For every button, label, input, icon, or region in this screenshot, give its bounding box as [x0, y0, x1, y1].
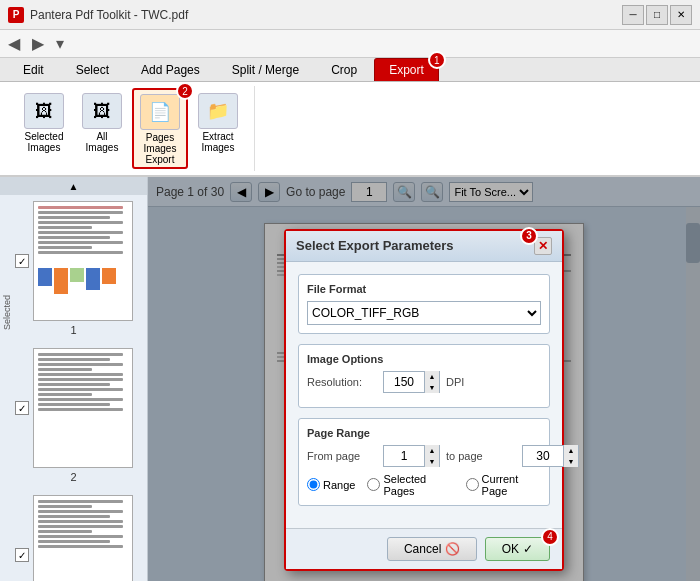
radio-current-page-label: Current Page: [482, 473, 541, 497]
to-down-button[interactable]: ▼: [564, 456, 578, 467]
radio-selected-pages[interactable]: Selected Pages: [367, 473, 453, 497]
selected-images-icon: 🖼: [24, 93, 64, 129]
tab-add-pages[interactable]: Add Pages: [126, 58, 215, 81]
extract-images-button[interactable]: 📁 Extract Images: [190, 88, 246, 169]
content-area: Page 1 of 30 ◀ ▶ Go to page 🔍 🔍 Fit To S…: [148, 177, 700, 581]
radio-current-page[interactable]: Current Page: [466, 473, 541, 497]
resolution-spinner: ▲ ▼: [383, 371, 440, 393]
ok-button[interactable]: OK ✓ 4: [485, 537, 550, 561]
thumbnail-2[interactable]: ✓: [0, 342, 147, 489]
ok-circle-num: 4: [541, 528, 559, 546]
thumb-img-2: [33, 348, 133, 468]
thumbnail-3[interactable]: ✓ 3: [0, 489, 147, 581]
pages-images-export-button[interactable]: 📄 PagesImagesExport 2: [132, 88, 188, 169]
radio-current-page-input[interactable]: [466, 478, 479, 491]
export-tab-num: 1: [428, 51, 446, 69]
radio-selected-pages-input[interactable]: [367, 478, 380, 491]
radio-range[interactable]: Range: [307, 478, 355, 491]
page-range-label: Page Range: [307, 427, 541, 439]
file-format-label: File Format: [307, 283, 541, 295]
quick-access-toolbar: ◀ ▶ ▾: [0, 30, 700, 58]
ribbon-content: 🖼 SelectedImages 🖼 AllImages 📄 PagesImag…: [0, 82, 700, 175]
ribbon-tabs: Edit Select Add Pages Split / Merge Crop…: [0, 58, 700, 82]
thumb-check-1[interactable]: ✓: [15, 254, 29, 268]
app-title: Pantera Pdf Toolkit - TWC.pdf: [30, 8, 188, 22]
tab-split-merge[interactable]: Split / Merge: [217, 58, 314, 81]
thumb-img-1: [33, 201, 133, 321]
from-down-button[interactable]: ▼: [425, 456, 439, 467]
back-button[interactable]: ◀: [4, 32, 24, 55]
pages-btn-num: 2: [176, 82, 194, 100]
forward-button[interactable]: ▶: [28, 32, 48, 55]
from-page-spinner-btns: ▲ ▼: [424, 445, 439, 467]
selected-label: Selected: [2, 295, 12, 330]
ribbon-group-images: 🖼 SelectedImages 🖼 AllImages 📄 PagesImag…: [8, 86, 255, 171]
all-images-label: AllImages: [86, 131, 119, 153]
minimize-button[interactable]: ─: [622, 5, 644, 25]
selected-images-label: SelectedImages: [25, 131, 64, 153]
from-up-button[interactable]: ▲: [425, 445, 439, 456]
image-options-label: Image Options: [307, 353, 541, 365]
export-parameters-modal: Select Export Parameters 3 ✕ File Format…: [284, 229, 564, 571]
resolution-label: Resolution:: [307, 376, 377, 388]
resolution-input[interactable]: [384, 372, 424, 392]
to-page-input[interactable]: [523, 446, 563, 466]
cancel-button[interactable]: Cancel 🚫: [387, 537, 477, 561]
modal-overlay: Select Export Parameters 3 ✕ File Format…: [148, 177, 700, 581]
extract-images-icon: 📁: [198, 93, 238, 129]
cancel-icon: 🚫: [445, 542, 460, 556]
page-range-section: Page Range From page ▲ ▼ to page: [298, 418, 550, 506]
resolution-row: Resolution: ▲ ▼ DPI: [307, 371, 541, 393]
tab-edit[interactable]: Edit: [8, 58, 59, 81]
radio-row: Range Selected Pages Current Page: [307, 473, 541, 497]
tab-crop[interactable]: Crop: [316, 58, 372, 81]
dpi-label: DPI: [446, 376, 516, 388]
modal-body: File Format COLOR_TIFF_RGB GRAYSCALE_TIF…: [286, 262, 562, 528]
thumb-num-2: 2: [70, 471, 76, 483]
to-page-spinner: ▲ ▼: [522, 445, 579, 467]
cancel-label: Cancel: [404, 542, 441, 556]
resolution-up-button[interactable]: ▲: [425, 371, 439, 382]
file-format-select[interactable]: COLOR_TIFF_RGB GRAYSCALE_TIFF BMP JPEG P…: [307, 301, 541, 325]
file-format-section: File Format COLOR_TIFF_RGB GRAYSCALE_TIF…: [298, 274, 550, 334]
modal-title: Select Export Parameters: [296, 238, 454, 253]
app-icon: P: [8, 7, 24, 23]
image-options-section: Image Options Resolution: ▲ ▼ DPI: [298, 344, 550, 408]
all-images-icon: 🖼: [82, 93, 122, 129]
to-page-spinner-btns: ▲ ▼: [563, 445, 578, 467]
all-images-button[interactable]: 🖼 AllImages: [74, 88, 130, 169]
modal-footer: Cancel 🚫 OK ✓ 4: [286, 528, 562, 569]
selected-images-button[interactable]: 🖼 SelectedImages: [16, 88, 72, 169]
radio-range-input[interactable]: [307, 478, 320, 491]
resolution-down-button[interactable]: ▼: [425, 382, 439, 393]
close-button[interactable]: ✕: [670, 5, 692, 25]
from-page-label: From page: [307, 450, 377, 462]
from-page-input[interactable]: [384, 446, 424, 466]
scroll-up-button[interactable]: ▲: [0, 177, 147, 195]
extract-images-label: Extract Images: [193, 131, 243, 153]
window-controls: ─ □ ✕: [622, 5, 692, 25]
to-page-label: to page: [446, 450, 516, 462]
thumb-check-2[interactable]: ✓: [15, 401, 29, 415]
radio-range-label: Range: [323, 479, 355, 491]
tab-export[interactable]: Export 1: [374, 58, 439, 81]
modal-title-bar: Select Export Parameters 3 ✕: [286, 231, 562, 262]
main-area: ▲ Selected ✓: [0, 177, 700, 581]
title-bar: P Pantera Pdf Toolkit - TWC.pdf ─ □ ✕: [0, 0, 700, 30]
pages-images-export-icon: 📄: [140, 94, 180, 130]
tab-select[interactable]: Select: [61, 58, 124, 81]
resolution-spinner-btns: ▲ ▼: [424, 371, 439, 393]
maximize-button[interactable]: □: [646, 5, 668, 25]
thumb-img-3: [33, 495, 133, 581]
to-up-button[interactable]: ▲: [564, 445, 578, 456]
thumbnail-1[interactable]: ✓: [0, 195, 147, 342]
thumb-num-1: 1: [70, 324, 76, 336]
from-page-spinner: ▲ ▼: [383, 445, 440, 467]
ok-check-icon: ✓: [523, 542, 533, 556]
thumb-check-3[interactable]: ✓: [15, 548, 29, 562]
modal-num-3: 3: [520, 227, 538, 245]
ok-label: OK: [502, 542, 519, 556]
extra-button[interactable]: ▾: [52, 32, 68, 55]
page-range-row: From page ▲ ▼ to page: [307, 445, 541, 467]
radio-selected-pages-label: Selected Pages: [383, 473, 453, 497]
